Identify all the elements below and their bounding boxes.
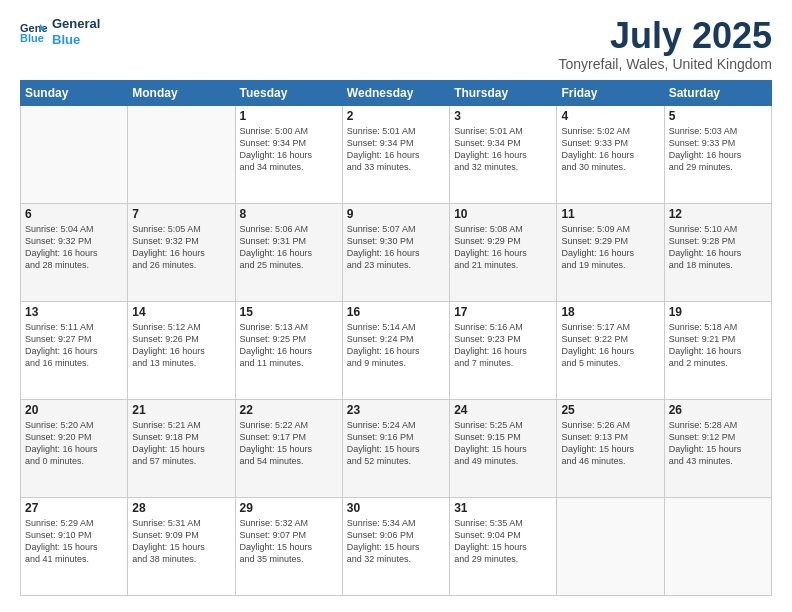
header: General Blue General Blue July 2025 Tony… <box>20 16 772 72</box>
calendar-cell: 9Sunrise: 5:07 AM Sunset: 9:30 PM Daylig… <box>342 203 449 301</box>
calendar-cell: 5Sunrise: 5:03 AM Sunset: 9:33 PM Daylig… <box>664 105 771 203</box>
calendar-cell: 17Sunrise: 5:16 AM Sunset: 9:23 PM Dayli… <box>450 301 557 399</box>
day-number: 29 <box>240 501 338 515</box>
day-info: Sunrise: 5:13 AM Sunset: 9:25 PM Dayligh… <box>240 321 338 370</box>
calendar-cell <box>21 105 128 203</box>
day-number: 13 <box>25 305 123 319</box>
calendar-cell <box>557 497 664 595</box>
calendar-cell: 30Sunrise: 5:34 AM Sunset: 9:06 PM Dayli… <box>342 497 449 595</box>
logo-blue: Blue <box>52 32 100 48</box>
day-number: 20 <box>25 403 123 417</box>
day-number: 30 <box>347 501 445 515</box>
day-number: 4 <box>561 109 659 123</box>
day-number: 8 <box>240 207 338 221</box>
subtitle: Tonyrefail, Wales, United Kingdom <box>559 56 772 72</box>
day-number: 22 <box>240 403 338 417</box>
calendar-cell: 20Sunrise: 5:20 AM Sunset: 9:20 PM Dayli… <box>21 399 128 497</box>
day-info: Sunrise: 5:10 AM Sunset: 9:28 PM Dayligh… <box>669 223 767 272</box>
calendar-cell: 18Sunrise: 5:17 AM Sunset: 9:22 PM Dayli… <box>557 301 664 399</box>
calendar-cell: 6Sunrise: 5:04 AM Sunset: 9:32 PM Daylig… <box>21 203 128 301</box>
calendar-table: SundayMondayTuesdayWednesdayThursdayFrid… <box>20 80 772 596</box>
day-number: 31 <box>454 501 552 515</box>
day-number: 1 <box>240 109 338 123</box>
weekday-header-tuesday: Tuesday <box>235 80 342 105</box>
logo-icon: General Blue <box>20 20 48 44</box>
calendar-cell: 4Sunrise: 5:02 AM Sunset: 9:33 PM Daylig… <box>557 105 664 203</box>
calendar-cell: 16Sunrise: 5:14 AM Sunset: 9:24 PM Dayli… <box>342 301 449 399</box>
calendar-week-row: 20Sunrise: 5:20 AM Sunset: 9:20 PM Dayli… <box>21 399 772 497</box>
calendar-cell: 31Sunrise: 5:35 AM Sunset: 9:04 PM Dayli… <box>450 497 557 595</box>
page: General Blue General Blue July 2025 Tony… <box>0 0 792 612</box>
day-number: 23 <box>347 403 445 417</box>
day-number: 10 <box>454 207 552 221</box>
calendar-week-row: 13Sunrise: 5:11 AM Sunset: 9:27 PM Dayli… <box>21 301 772 399</box>
calendar-cell: 27Sunrise: 5:29 AM Sunset: 9:10 PM Dayli… <box>21 497 128 595</box>
calendar-cell: 12Sunrise: 5:10 AM Sunset: 9:28 PM Dayli… <box>664 203 771 301</box>
day-info: Sunrise: 5:14 AM Sunset: 9:24 PM Dayligh… <box>347 321 445 370</box>
calendar-cell: 15Sunrise: 5:13 AM Sunset: 9:25 PM Dayli… <box>235 301 342 399</box>
day-number: 16 <box>347 305 445 319</box>
day-info: Sunrise: 5:16 AM Sunset: 9:23 PM Dayligh… <box>454 321 552 370</box>
calendar-header-row: SundayMondayTuesdayWednesdayThursdayFrid… <box>21 80 772 105</box>
day-number: 17 <box>454 305 552 319</box>
day-info: Sunrise: 5:05 AM Sunset: 9:32 PM Dayligh… <box>132 223 230 272</box>
day-number: 6 <box>25 207 123 221</box>
weekday-header-wednesday: Wednesday <box>342 80 449 105</box>
day-number: 5 <box>669 109 767 123</box>
calendar-cell: 21Sunrise: 5:21 AM Sunset: 9:18 PM Dayli… <box>128 399 235 497</box>
day-number: 9 <box>347 207 445 221</box>
weekday-header-saturday: Saturday <box>664 80 771 105</box>
day-info: Sunrise: 5:12 AM Sunset: 9:26 PM Dayligh… <box>132 321 230 370</box>
day-info: Sunrise: 5:07 AM Sunset: 9:30 PM Dayligh… <box>347 223 445 272</box>
day-info: Sunrise: 5:28 AM Sunset: 9:12 PM Dayligh… <box>669 419 767 468</box>
day-info: Sunrise: 5:11 AM Sunset: 9:27 PM Dayligh… <box>25 321 123 370</box>
day-number: 11 <box>561 207 659 221</box>
calendar-cell: 7Sunrise: 5:05 AM Sunset: 9:32 PM Daylig… <box>128 203 235 301</box>
day-info: Sunrise: 5:35 AM Sunset: 9:04 PM Dayligh… <box>454 517 552 566</box>
day-info: Sunrise: 5:26 AM Sunset: 9:13 PM Dayligh… <box>561 419 659 468</box>
weekday-header-monday: Monday <box>128 80 235 105</box>
main-title: July 2025 <box>559 16 772 56</box>
day-number: 14 <box>132 305 230 319</box>
day-number: 7 <box>132 207 230 221</box>
calendar-cell: 25Sunrise: 5:26 AM Sunset: 9:13 PM Dayli… <box>557 399 664 497</box>
day-number: 19 <box>669 305 767 319</box>
calendar-cell <box>128 105 235 203</box>
calendar-week-row: 6Sunrise: 5:04 AM Sunset: 9:32 PM Daylig… <box>21 203 772 301</box>
day-info: Sunrise: 5:06 AM Sunset: 9:31 PM Dayligh… <box>240 223 338 272</box>
day-info: Sunrise: 5:01 AM Sunset: 9:34 PM Dayligh… <box>454 125 552 174</box>
day-number: 28 <box>132 501 230 515</box>
day-info: Sunrise: 5:08 AM Sunset: 9:29 PM Dayligh… <box>454 223 552 272</box>
day-info: Sunrise: 5:17 AM Sunset: 9:22 PM Dayligh… <box>561 321 659 370</box>
day-number: 3 <box>454 109 552 123</box>
day-number: 18 <box>561 305 659 319</box>
day-info: Sunrise: 5:20 AM Sunset: 9:20 PM Dayligh… <box>25 419 123 468</box>
day-info: Sunrise: 5:18 AM Sunset: 9:21 PM Dayligh… <box>669 321 767 370</box>
logo-general: General <box>52 16 100 32</box>
calendar-cell: 29Sunrise: 5:32 AM Sunset: 9:07 PM Dayli… <box>235 497 342 595</box>
calendar-week-row: 27Sunrise: 5:29 AM Sunset: 9:10 PM Dayli… <box>21 497 772 595</box>
calendar-cell: 11Sunrise: 5:09 AM Sunset: 9:29 PM Dayli… <box>557 203 664 301</box>
calendar-cell: 3Sunrise: 5:01 AM Sunset: 9:34 PM Daylig… <box>450 105 557 203</box>
title-block: July 2025 Tonyrefail, Wales, United King… <box>559 16 772 72</box>
day-number: 21 <box>132 403 230 417</box>
calendar-cell: 14Sunrise: 5:12 AM Sunset: 9:26 PM Dayli… <box>128 301 235 399</box>
calendar-cell: 23Sunrise: 5:24 AM Sunset: 9:16 PM Dayli… <box>342 399 449 497</box>
weekday-header-sunday: Sunday <box>21 80 128 105</box>
logo: General Blue General Blue <box>20 16 100 47</box>
calendar-cell: 2Sunrise: 5:01 AM Sunset: 9:34 PM Daylig… <box>342 105 449 203</box>
day-info: Sunrise: 5:03 AM Sunset: 9:33 PM Dayligh… <box>669 125 767 174</box>
calendar-cell: 19Sunrise: 5:18 AM Sunset: 9:21 PM Dayli… <box>664 301 771 399</box>
weekday-header-friday: Friday <box>557 80 664 105</box>
calendar-cell <box>664 497 771 595</box>
calendar-cell: 26Sunrise: 5:28 AM Sunset: 9:12 PM Dayli… <box>664 399 771 497</box>
calendar-cell: 22Sunrise: 5:22 AM Sunset: 9:17 PM Dayli… <box>235 399 342 497</box>
day-info: Sunrise: 5:09 AM Sunset: 9:29 PM Dayligh… <box>561 223 659 272</box>
calendar-cell: 13Sunrise: 5:11 AM Sunset: 9:27 PM Dayli… <box>21 301 128 399</box>
day-info: Sunrise: 5:25 AM Sunset: 9:15 PM Dayligh… <box>454 419 552 468</box>
day-info: Sunrise: 5:04 AM Sunset: 9:32 PM Dayligh… <box>25 223 123 272</box>
day-number: 24 <box>454 403 552 417</box>
svg-text:Blue: Blue <box>20 32 44 44</box>
calendar-cell: 24Sunrise: 5:25 AM Sunset: 9:15 PM Dayli… <box>450 399 557 497</box>
calendar-cell: 1Sunrise: 5:00 AM Sunset: 9:34 PM Daylig… <box>235 105 342 203</box>
